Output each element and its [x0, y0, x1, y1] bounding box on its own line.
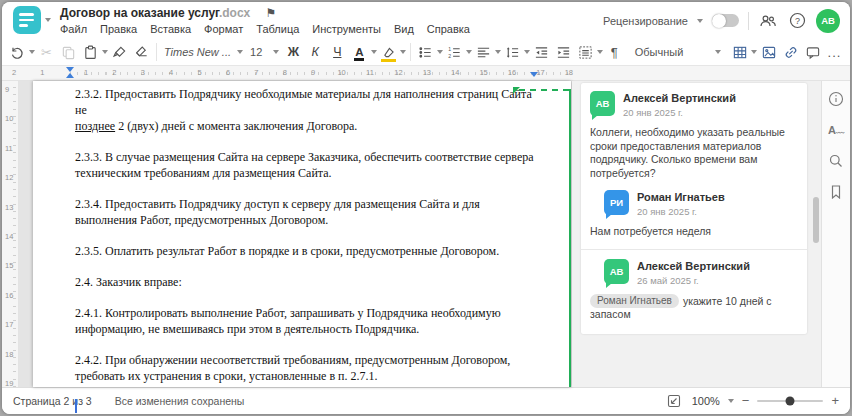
ruler-number: 11	[5, 144, 13, 153]
font-size-select[interactable]: 12	[247, 41, 282, 63]
menu-tools[interactable]: Инструменты	[312, 23, 381, 35]
highlight-button[interactable]	[378, 41, 399, 63]
menu-help[interactable]: Справка	[427, 23, 470, 35]
paragraph-2-4: 2.4. Заказчик вправе:	[75, 274, 541, 290]
menu-format[interactable]: Формат	[204, 23, 243, 35]
right-sidebar: А﹏	[821, 81, 850, 387]
font-color-caret-icon[interactable]	[371, 50, 377, 54]
align-button[interactable]	[473, 41, 494, 63]
paragraph-2-3-5: 2.3.5. Оплатить результат Работ в порядк…	[75, 243, 541, 259]
bullet-list-button[interactable]	[415, 41, 436, 63]
cut-button[interactable]: ✂	[36, 41, 57, 63]
collaborators-icon[interactable]	[758, 11, 778, 31]
comment-button[interactable]	[802, 41, 823, 63]
zoom-value[interactable]: 100%	[692, 395, 720, 407]
line-spacing-caret-icon[interactable]	[524, 50, 530, 54]
paragraph-borders-caret-icon[interactable]	[597, 50, 603, 54]
zoom-slider[interactable]	[757, 400, 823, 402]
insert-table-button[interactable]	[729, 41, 750, 63]
bookmark-icon[interactable]	[826, 182, 846, 202]
menu-file[interactable]: Файл	[60, 23, 87, 35]
italic-button[interactable]: К	[305, 41, 326, 63]
ruler-number: 4	[169, 68, 173, 77]
numbered-list-button[interactable]: 12	[444, 41, 465, 63]
document-page[interactable]: 2.3.2. Предоставить Подрядчику необходим…	[33, 81, 571, 387]
comment-text: Коллеги, необходимо указать реальные сро…	[590, 126, 798, 180]
menu-table[interactable]: Таблица	[256, 23, 299, 35]
review-dropdown-caret-icon[interactable]	[697, 19, 703, 23]
paragraph-text: 2 (двух) дней с момента заключения Догов…	[115, 119, 357, 133]
review-mode-label[interactable]: Рецензирование	[603, 15, 688, 27]
comment-thread[interactable]: АВ Алексей Вертинский 20 янв 2025 г. Кол…	[581, 83, 807, 334]
review-toggle[interactable]	[712, 14, 739, 27]
flag-icon[interactable]: ⚑	[266, 6, 277, 20]
ruler-number: 19	[5, 379, 13, 388]
insert-link-button[interactable]	[780, 41, 801, 63]
numbered-list-caret-icon[interactable]	[466, 50, 472, 54]
toolbar-more-button[interactable]: ...	[824, 41, 845, 63]
copy-button[interactable]	[58, 41, 79, 63]
comment-avatar: РИ	[604, 190, 629, 215]
commented-text[interactable]: позднее	[75, 119, 115, 133]
menu-view[interactable]: Вид	[394, 23, 414, 35]
bullet-list-caret-icon[interactable]	[437, 50, 443, 54]
header-right-cluster: Рецензирование ? АВ	[603, 2, 840, 39]
paragraph-borders-button[interactable]	[575, 41, 596, 63]
font-color-bar	[354, 58, 364, 61]
zoom-caret-icon[interactable]	[728, 399, 734, 403]
zoom-slider-knob[interactable]	[786, 397, 795, 406]
comment-date: 26 май 2025 г.	[637, 275, 750, 286]
ruler-number: 14	[5, 232, 13, 241]
vertical-ruler[interactable]: 910111213141516171819	[2, 81, 19, 387]
line-spacing-button[interactable]	[502, 41, 523, 63]
zoom-out-button[interactable]: −	[742, 396, 750, 406]
help-icon[interactable]: ?	[787, 11, 807, 31]
menu-edit[interactable]: Правка	[100, 23, 137, 35]
font-color-button[interactable]: А	[349, 41, 370, 63]
ruler-ticks	[70, 72, 570, 75]
horizontal-ruler[interactable]: 21123456789101112131415161718	[2, 66, 850, 81]
highlight-caret-icon[interactable]	[400, 50, 406, 54]
indent-marker-right[interactable]	[530, 72, 538, 77]
increase-indent-button[interactable]	[553, 41, 574, 63]
style-select[interactable]: Обычный	[632, 41, 724, 63]
ruler-number: 11	[366, 68, 374, 77]
comment-text: Нам потребуется неделя	[590, 225, 798, 239]
bold-button[interactable]: Ж	[283, 41, 304, 63]
logo-dropdown-caret-icon[interactable]	[45, 18, 51, 22]
undo-button[interactable]	[7, 41, 28, 63]
decrease-indent-button[interactable]	[531, 41, 552, 63]
paste-button[interactable]	[80, 41, 101, 63]
indent-marker-left[interactable]	[66, 67, 74, 78]
font-name-caret-icon	[237, 50, 243, 54]
align-caret-icon[interactable]	[495, 50, 501, 54]
menu-insert[interactable]: Вставка	[150, 23, 191, 35]
user-avatar[interactable]: АВ	[816, 9, 840, 33]
style-value: Обычный	[635, 46, 684, 58]
formatting-marks-button[interactable]: ¶	[604, 41, 625, 63]
document-title-extension: .docx	[219, 6, 250, 20]
ruler-number: 8	[283, 68, 287, 77]
font-name-select[interactable]: Times New ...	[161, 41, 246, 63]
ruler-number: 15	[479, 68, 487, 77]
paste-dropdown-caret-icon[interactable]	[102, 50, 108, 54]
clear-style-button[interactable]	[131, 41, 152, 63]
comments-scrollbar[interactable]	[813, 81, 820, 387]
app-logo-icon[interactable]	[13, 6, 41, 34]
insert-table-caret-icon[interactable]	[751, 50, 757, 54]
scrollbar-thumb[interactable]	[813, 197, 819, 243]
ruler-number: 15	[5, 261, 13, 270]
spellcheck-icon[interactable]: А﹏	[826, 120, 846, 140]
toolbar-divider	[156, 43, 157, 61]
comment-author: Роман Игнатьев	[637, 191, 725, 203]
info-icon[interactable]	[826, 89, 846, 109]
fit-page-icon[interactable]	[664, 391, 684, 411]
underline-button[interactable]: Ч	[327, 41, 348, 63]
content-area: 910111213141516171819 2.3.2. Предоставит…	[2, 81, 850, 387]
insert-image-button[interactable]	[758, 41, 779, 63]
search-icon[interactable]	[826, 151, 846, 171]
toggle-knob[interactable]	[712, 14, 726, 28]
undo-dropdown-caret-icon[interactable]	[29, 50, 35, 54]
zoom-in-button[interactable]: +	[831, 396, 839, 406]
format-painter-button[interactable]	[109, 41, 130, 63]
